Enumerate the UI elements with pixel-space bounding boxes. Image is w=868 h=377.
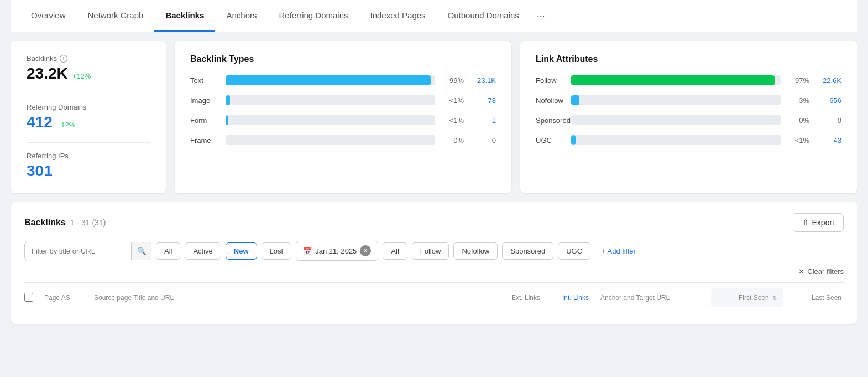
divider-2 xyxy=(27,142,150,143)
bar-fill-ugc xyxy=(571,135,576,145)
referring-domains-label: Referring Domains xyxy=(27,103,86,111)
backlinks-table-section: Backlinks 1 - 31 (31) ⇧ Export 🔍 All Act… xyxy=(11,202,857,324)
filter-new-btn[interactable]: New xyxy=(226,242,257,260)
date-clear-btn[interactable]: ✕ xyxy=(360,245,371,256)
stat-card: Backlinks i 23.2K +12% Referring Domains… xyxy=(11,41,166,193)
link-follow-btn[interactable]: Follow xyxy=(412,242,449,260)
add-filter-button[interactable]: + Add filter xyxy=(595,243,642,259)
first-seen-label: First Seen xyxy=(739,294,769,302)
backlink-types-card: Backlink Types Text 99% 23.1K Image <1% … xyxy=(175,41,511,193)
upload-icon: ⇧ xyxy=(802,218,809,227)
int-links-label: Int. Links xyxy=(562,294,589,302)
date-value: Jan 21, 2025 xyxy=(315,247,357,255)
export-label: Export xyxy=(812,218,834,227)
ext-links-label: Ext. Links xyxy=(511,294,540,302)
col-checkbox-header xyxy=(24,293,44,303)
bar-row-form: Form <1% 1 xyxy=(190,115,496,125)
bar-track-follow xyxy=(571,75,781,85)
export-button[interactable]: ⇧ Export xyxy=(793,213,844,232)
filter-row: 🔍 All Active New Lost 📅 Jan 21, 2025 ✕ A… xyxy=(24,241,844,261)
bar-track-frame xyxy=(226,135,435,145)
calendar-icon: 📅 xyxy=(303,247,312,255)
date-filter[interactable]: 📅 Jan 21, 2025 ✕ xyxy=(296,241,378,261)
col-ext-links-header: Ext. Links xyxy=(501,294,551,302)
clear-row: ✕ Clear filters xyxy=(24,267,844,276)
bar-row-sponsored: Sponsored 0% 0 xyxy=(536,115,841,125)
backlink-types-title: Backlink Types xyxy=(190,54,496,64)
add-filter-label: + Add filter xyxy=(602,247,636,255)
bar-track-text xyxy=(226,75,435,85)
bar-track-nofollow xyxy=(571,95,781,105)
backlinks-label: Backlinks xyxy=(27,54,57,63)
bar-fill-nofollow xyxy=(571,95,579,105)
table-title: Backlinks 1 - 31 (31) xyxy=(24,218,106,228)
tab-more[interactable]: ··· xyxy=(530,0,552,32)
link-sponsored-btn[interactable]: Sponsored xyxy=(502,242,553,260)
table-title-text: Backlinks xyxy=(24,218,66,228)
cards-row: Backlinks i 23.2K +12% Referring Domains… xyxy=(11,41,857,193)
stat-referring-ips: Referring IPs 301 xyxy=(27,152,150,180)
filter-active-btn[interactable]: Active xyxy=(185,242,221,260)
referring-ips-label: Referring IPs xyxy=(27,152,69,160)
link-attributes-card: Link Attributes Follow 97% 22.6K Nofollo… xyxy=(520,41,857,193)
bar-fill-follow xyxy=(571,75,775,85)
table-header: Backlinks 1 - 31 (31) ⇧ Export xyxy=(24,213,844,232)
tab-network-graph[interactable]: Network Graph xyxy=(77,1,155,32)
bar-row-ugc: UGC <1% 43 xyxy=(536,135,841,145)
clear-filters-button[interactable]: ✕ Clear filters xyxy=(798,267,844,276)
bar-track-image xyxy=(226,95,435,105)
divider-1 xyxy=(27,94,150,94)
bar-track-form xyxy=(226,115,435,125)
tab-anchors[interactable]: Anchors xyxy=(215,1,268,32)
bar-fill-image xyxy=(226,95,230,105)
tab-backlinks[interactable]: Backlinks xyxy=(154,1,215,32)
search-wrap: 🔍 xyxy=(24,242,151,260)
col-anchor-header: Anchor and Target URL xyxy=(600,294,711,302)
col-first-seen-header[interactable]: First Seen ⇅ xyxy=(711,288,783,307)
col-header-row: Page AS Source page Title and URL Ext. L… xyxy=(24,282,844,313)
filter-all-btn[interactable]: All xyxy=(156,242,180,260)
link-all-btn[interactable]: All xyxy=(383,242,407,260)
table-title-range: 1 - 31 (31) xyxy=(70,218,106,227)
x-icon: ✕ xyxy=(798,267,804,276)
tab-indexed-pages[interactable]: Indexed Pages xyxy=(359,1,437,32)
info-icon[interactable]: i xyxy=(60,55,67,63)
bar-fill-form xyxy=(226,115,228,125)
referring-domains-change: +12% xyxy=(57,121,76,129)
col-source-header: Source page Title and URL xyxy=(94,294,501,302)
link-attributes-title: Link Attributes xyxy=(536,54,841,64)
stat-backlinks: Backlinks i 23.2K +12% xyxy=(27,54,150,82)
col-int-links-header: Int. Links xyxy=(551,294,600,302)
backlinks-value: 23.2K xyxy=(27,65,68,82)
col-page-as-header: Page AS xyxy=(44,294,94,302)
nav-tabs: Overview Network Graph Backlinks Anchors… xyxy=(11,0,857,32)
bar-track-ugc xyxy=(571,135,781,145)
referring-ips-value: 301 xyxy=(27,162,53,180)
select-all-checkbox[interactable] xyxy=(24,293,33,302)
tab-overview[interactable]: Overview xyxy=(20,1,77,32)
col-last-seen-header: Last Seen xyxy=(783,294,844,302)
search-input[interactable] xyxy=(25,242,131,260)
tab-outbound-domains[interactable]: Outbound Domains xyxy=(437,1,530,32)
link-nofollow-btn[interactable]: Nofollow xyxy=(453,242,498,260)
search-button[interactable]: 🔍 xyxy=(131,242,151,260)
bar-fill-text xyxy=(226,75,431,85)
referring-domains-value: 412 xyxy=(27,113,53,131)
sort-icon: ⇅ xyxy=(772,295,777,302)
bar-row-frame: Frame 0% 0 xyxy=(190,135,496,145)
clear-filters-label: Clear filters xyxy=(807,267,844,276)
bar-row-follow: Follow 97% 22.6K xyxy=(536,75,841,85)
stat-referring-domains: Referring Domains 412 +12% xyxy=(27,103,150,131)
bar-row-text: Text 99% 23.1K xyxy=(190,75,496,85)
bar-track-sponsored xyxy=(571,115,781,125)
bar-row-image: Image <1% 78 xyxy=(190,95,496,105)
filter-lost-btn[interactable]: Lost xyxy=(262,242,292,260)
tab-referring-domains[interactable]: Referring Domains xyxy=(268,1,359,32)
backlinks-change: +12% xyxy=(72,72,91,80)
link-ugc-btn[interactable]: UGC xyxy=(558,242,590,260)
bar-row-nofollow: Nofollow 3% 656 xyxy=(536,95,841,105)
